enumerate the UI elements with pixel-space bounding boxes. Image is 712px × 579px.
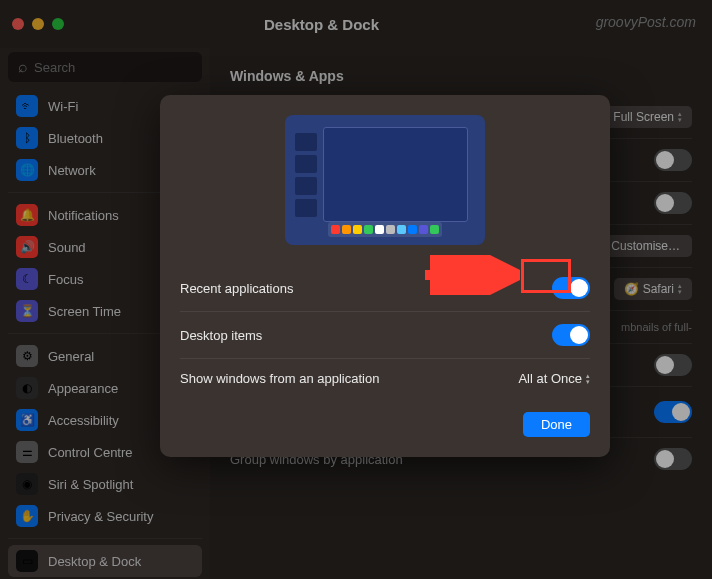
hourglass-icon: ⏳ <box>16 300 38 322</box>
siri-icon: ◉ <box>16 473 38 495</box>
done-button[interactable]: Done <box>523 412 590 437</box>
maximize-button[interactable] <box>52 18 64 30</box>
accessibility-icon: ♿ <box>16 409 38 431</box>
search-input[interactable] <box>34 60 202 75</box>
browser-dropdown[interactable]: 🧭Safari▴▾ <box>614 278 692 300</box>
desktop-items-label: Desktop items <box>180 328 262 343</box>
search-icon: ⌕ <box>18 58 28 76</box>
recent-apps-row: Recent applications <box>180 265 590 312</box>
sliders-icon: ⚌ <box>16 441 38 463</box>
gear-icon: ⚙ <box>16 345 38 367</box>
dock-icon: ▭ <box>16 550 38 572</box>
bluetooth-icon: ᛒ <box>16 127 38 149</box>
customise-button[interactable]: Customise… <box>599 235 692 257</box>
window-controls <box>12 18 64 30</box>
mission-control-dialog: Recent applications Desktop items Show w… <box>160 95 610 457</box>
sidebar-item-desktop-dock[interactable]: ▭Desktop & Dock <box>8 545 202 577</box>
system-settings-window: Desktop & Dock groovyPost.com ⌕ ᯤWi-Fi ᛒ… <box>0 0 712 579</box>
fullscreen-dropdown[interactable]: Full Screen▴▾ <box>603 106 692 128</box>
show-windows-label: Show windows from an application <box>180 371 379 386</box>
appearance-icon: ◐ <box>16 377 38 399</box>
recent-apps-label: Recent applications <box>180 281 293 296</box>
titlebar: Desktop & Dock groovyPost.com <box>0 0 712 48</box>
desktop-preview <box>285 115 485 245</box>
search-field[interactable]: ⌕ <box>8 52 202 82</box>
hand-icon: ✋ <box>16 505 38 527</box>
desktop-items-row: Desktop items <box>180 312 590 359</box>
toggle-2[interactable] <box>654 192 692 214</box>
recent-apps-toggle[interactable] <box>552 277 590 299</box>
moon-icon: ☾ <box>16 268 38 290</box>
minimize-button[interactable] <box>32 18 44 30</box>
desktop-items-toggle[interactable] <box>552 324 590 346</box>
wifi-icon: ᯤ <box>16 95 38 117</box>
show-windows-dropdown[interactable]: All at Once▴▾ <box>518 371 590 386</box>
toggle-group[interactable] <box>654 448 692 470</box>
toggle-1[interactable] <box>654 149 692 171</box>
close-button[interactable] <box>12 18 24 30</box>
page-title: Desktop & Dock <box>264 16 379 33</box>
watermark: groovyPost.com <box>596 14 696 30</box>
section-title: Windows & Apps <box>230 68 692 84</box>
sound-icon: 🔊 <box>16 236 38 258</box>
sidebar-item-privacy[interactable]: ✋Privacy & Security <box>8 500 202 532</box>
toggle-3[interactable] <box>654 354 692 376</box>
divider <box>8 538 202 539</box>
show-windows-row: Show windows from an application All at … <box>180 359 590 398</box>
network-icon: 🌐 <box>16 159 38 181</box>
sidebar-item-siri[interactable]: ◉Siri & Spotlight <box>8 468 202 500</box>
bell-icon: 🔔 <box>16 204 38 226</box>
toggle-switch[interactable] <box>654 401 692 423</box>
